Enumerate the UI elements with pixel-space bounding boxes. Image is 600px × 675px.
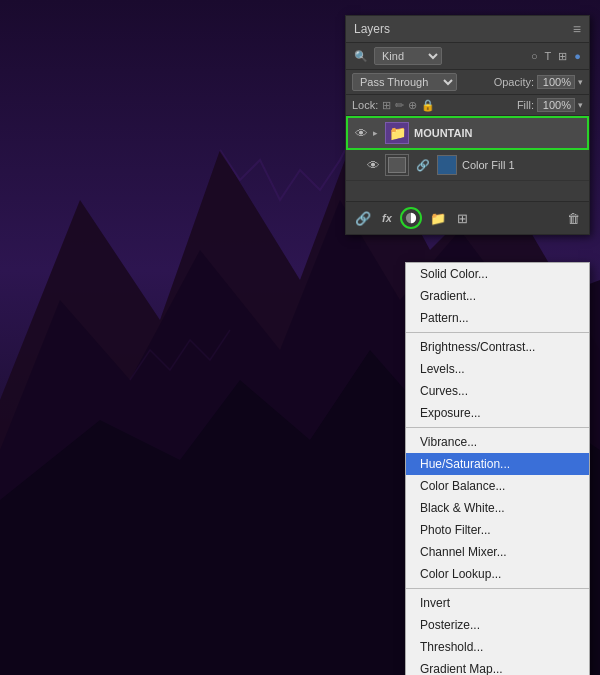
filter-row: 🔍 Kind ○ T ⊞ ●	[346, 43, 589, 70]
layers-empty-space	[346, 181, 589, 201]
lock-row: Lock: ⊞ ✏ ⊕ 🔒 Fill: 100% ▾	[346, 95, 589, 116]
lock-move-icon[interactable]: ⊕	[408, 99, 417, 112]
menu-item-curves[interactable]: Curves...	[406, 380, 589, 402]
separator-1	[406, 332, 589, 333]
panel-menu-icon[interactable]: ≡	[573, 21, 581, 37]
lock-label: Lock:	[352, 99, 378, 111]
opacity-value[interactable]: 100%	[537, 75, 575, 89]
menu-item-photo-filter[interactable]: Photo Filter...	[406, 519, 589, 541]
link-layers-button[interactable]: 🔗	[352, 209, 374, 228]
menu-item-levels[interactable]: Levels...	[406, 358, 589, 380]
adjustment-layer-dropdown: Solid Color... Gradient... Pattern... Br…	[405, 262, 590, 675]
opacity-arrow: ▾	[578, 77, 583, 87]
visibility-icon-mountain[interactable]: 👁	[354, 126, 368, 141]
menu-item-gradient-map[interactable]: Gradient Map...	[406, 658, 589, 675]
lock-pixels-icon[interactable]: ⊞	[382, 99, 391, 112]
lock-icons: ⊞ ✏ ⊕ 🔒	[382, 99, 435, 112]
new-adjustment-layer-button[interactable]	[400, 207, 422, 229]
lock-all-icon[interactable]: 🔒	[421, 99, 435, 112]
menu-item-channel-mixer[interactable]: Channel Mixer...	[406, 541, 589, 563]
menu-item-exposure[interactable]: Exposure...	[406, 402, 589, 424]
layer-color-swatch	[437, 155, 457, 175]
menu-item-hue-saturation[interactable]: Hue/Saturation...	[406, 453, 589, 475]
separator-3	[406, 588, 589, 589]
text-filter-icon[interactable]: T	[543, 49, 554, 63]
link-icon-color-fill: 🔗	[416, 159, 430, 172]
layer-mask-thumb	[385, 154, 409, 176]
layer-name-mountain: MOUNTAIN	[414, 127, 581, 139]
opacity-row: Opacity: 100% ▾	[461, 75, 583, 89]
panel-title: Layers	[354, 22, 390, 36]
layer-preview-thumb	[388, 157, 406, 173]
menu-item-solid-color[interactable]: Solid Color...	[406, 263, 589, 285]
menu-item-gradient[interactable]: Gradient...	[406, 285, 589, 307]
kind-select[interactable]: Kind	[374, 47, 442, 65]
opacity-label: Opacity:	[494, 76, 534, 88]
visibility-icon-color-fill[interactable]: 👁	[366, 158, 380, 173]
layers-panel: Layers ≡ 🔍 Kind ○ T ⊞ ● Pass Through Opa…	[345, 15, 590, 235]
mode-opacity-row: Pass Through Opacity: 100% ▾	[346, 70, 589, 95]
pixel-filter-icon[interactable]: ○	[529, 49, 540, 63]
shape-filter-icon[interactable]: ⊞	[556, 49, 569, 64]
fill-label: Fill:	[517, 99, 534, 111]
menu-item-color-lookup[interactable]: Color Lookup...	[406, 563, 589, 585]
menu-item-black-white[interactable]: Black & White...	[406, 497, 589, 519]
menu-item-color-balance[interactable]: Color Balance...	[406, 475, 589, 497]
fill-row: Fill: 100% ▾	[517, 98, 583, 112]
menu-item-brightness-contrast[interactable]: Brightness/Contrast...	[406, 336, 589, 358]
layer-name-color-fill: Color Fill 1	[462, 159, 583, 171]
menu-item-threshold[interactable]: Threshold...	[406, 636, 589, 658]
search-filter-icon: 🔍	[352, 49, 370, 64]
layer-item-mountain[interactable]: 👁 ▸ 📁 MOUNTAIN	[346, 116, 589, 150]
layers-list: 👁 ▸ 📁 MOUNTAIN 👁 🔗 Color Fill 1	[346, 116, 589, 201]
menu-item-vibrance[interactable]: Vibrance...	[406, 431, 589, 453]
delete-layer-button[interactable]: 🗑	[564, 209, 583, 228]
folder-icon-mountain: 📁	[389, 125, 406, 141]
panel-header: Layers ≡	[346, 16, 589, 43]
layer-thumb-mountain: 📁	[385, 122, 409, 144]
separator-2	[406, 427, 589, 428]
blend-mode-select[interactable]: Pass Through	[352, 73, 457, 91]
fill-value[interactable]: 100%	[537, 98, 575, 112]
new-layer-button[interactable]: ⊞	[454, 209, 471, 228]
new-group-button[interactable]: 📁	[427, 209, 449, 228]
menu-item-pattern[interactable]: Pattern...	[406, 307, 589, 329]
panel-toolbar: 🔗 fx 📁 ⊞ 🗑	[346, 201, 589, 234]
menu-item-invert[interactable]: Invert	[406, 592, 589, 614]
layer-item-color-fill[interactable]: 👁 🔗 Color Fill 1	[346, 150, 589, 181]
expand-arrow-mountain[interactable]: ▸	[373, 128, 378, 138]
color-filter-icon[interactable]: ●	[572, 49, 583, 63]
filter-icons: ○ T ⊞ ●	[446, 49, 583, 64]
half-circle-icon	[405, 211, 417, 225]
lock-draw-icon[interactable]: ✏	[395, 99, 404, 112]
fill-arrow: ▾	[578, 100, 583, 110]
fx-button[interactable]: fx	[379, 210, 395, 226]
menu-item-posterize[interactable]: Posterize...	[406, 614, 589, 636]
